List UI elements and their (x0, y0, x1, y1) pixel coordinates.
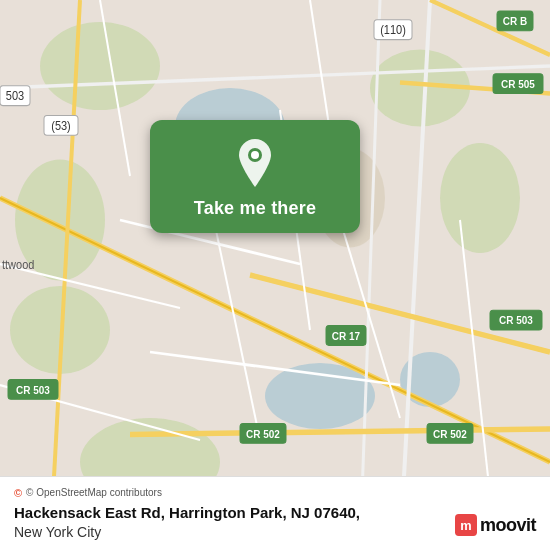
svg-text:CR 502: CR 502 (246, 427, 280, 440)
moovit-logo: m moovit (455, 514, 536, 536)
pin-card[interactable]: Take me there (150, 120, 360, 233)
svg-text:m: m (460, 518, 471, 533)
svg-text:(110): (110) (380, 24, 406, 37)
bottom-bar: © © OpenStreetMap contributors Hackensac… (0, 476, 550, 551)
svg-text:ttwood: ttwood (2, 259, 34, 272)
attribution: © © OpenStreetMap contributors (14, 487, 536, 499)
svg-text:CR 503: CR 503 (16, 383, 50, 396)
svg-point-6 (440, 143, 520, 253)
attribution-text: © OpenStreetMap contributors (26, 487, 162, 498)
svg-line-29 (310, 0, 330, 132)
svg-text:CR 17: CR 17 (332, 329, 360, 342)
moovit-icon: m (455, 514, 477, 536)
svg-point-52 (251, 151, 259, 159)
svg-text:503: 503 (6, 90, 24, 103)
map-pin-icon (230, 138, 280, 188)
svg-text:(53): (53) (51, 119, 71, 132)
svg-point-3 (40, 22, 160, 110)
osm-logo: © (14, 487, 22, 499)
svg-line-13 (360, 0, 380, 550)
map-svg: (110) CR B 503 (53) CR 505 CR 503 CR 17 … (0, 0, 550, 550)
svg-text:CR 503: CR 503 (499, 314, 533, 327)
take-me-there-button[interactable]: Take me there (194, 198, 316, 219)
svg-text:CR B: CR B (503, 15, 528, 28)
svg-line-26 (460, 220, 490, 495)
svg-text:CR 505: CR 505 (501, 78, 535, 91)
svg-text:CR 502: CR 502 (433, 427, 467, 440)
map-container: (110) CR B 503 (53) CR 505 CR 503 CR 17 … (0, 0, 550, 550)
moovit-text: moovit (480, 515, 536, 536)
